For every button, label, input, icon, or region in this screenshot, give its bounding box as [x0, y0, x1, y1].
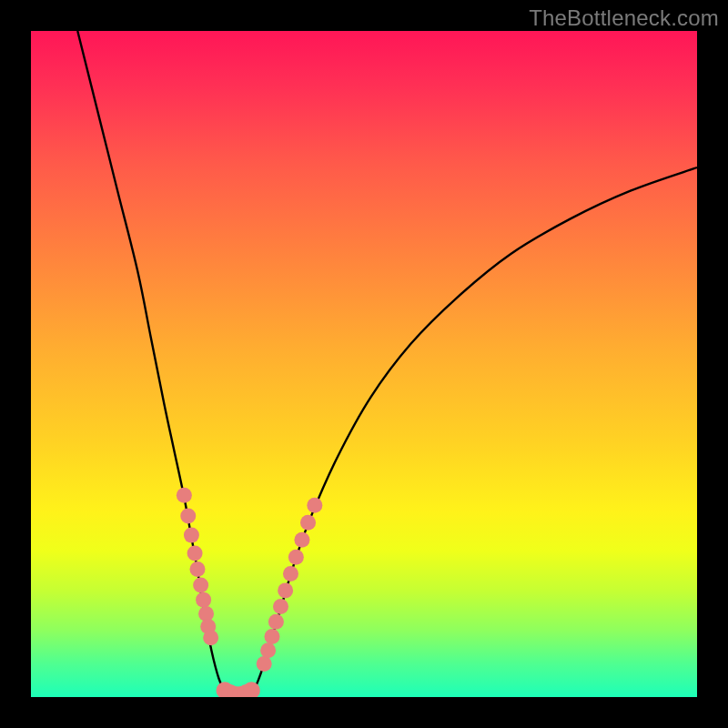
- right-cluster-dot: [264, 629, 279, 644]
- right-cluster-dot: [307, 498, 322, 513]
- chart-svg: [31, 31, 697, 697]
- bottleneck-curve: [77, 31, 697, 696]
- right-cluster-dot: [260, 642, 276, 658]
- right-cluster-dot: [300, 515, 316, 531]
- chart-frame: TheBottleneck.com: [0, 0, 728, 728]
- left-cluster-dot: [184, 528, 199, 543]
- right-cluster-dot: [273, 599, 288, 614]
- right-cluster-dot: [278, 582, 293, 598]
- left-cluster-dot: [190, 561, 206, 577]
- left-cluster-dot: [203, 630, 218, 645]
- watermark-text: TheBottleneck.com: [529, 5, 719, 31]
- left-cluster-dot: [180, 508, 196, 523]
- left-cluster-dot: [196, 592, 211, 608]
- curve-group: [77, 31, 697, 696]
- left-cluster-dot: [193, 578, 208, 593]
- right-cluster-dot: [283, 566, 298, 581]
- right-cluster-dot: [294, 532, 309, 548]
- left-cluster-dot: [187, 545, 203, 561]
- right-cluster-dot: [288, 550, 304, 565]
- marker-group: [177, 488, 322, 697]
- plot-area: [31, 31, 697, 697]
- left-cluster-dot: [177, 488, 192, 503]
- right-cluster-dot: [257, 656, 272, 672]
- right-cluster-dot: [268, 614, 284, 630]
